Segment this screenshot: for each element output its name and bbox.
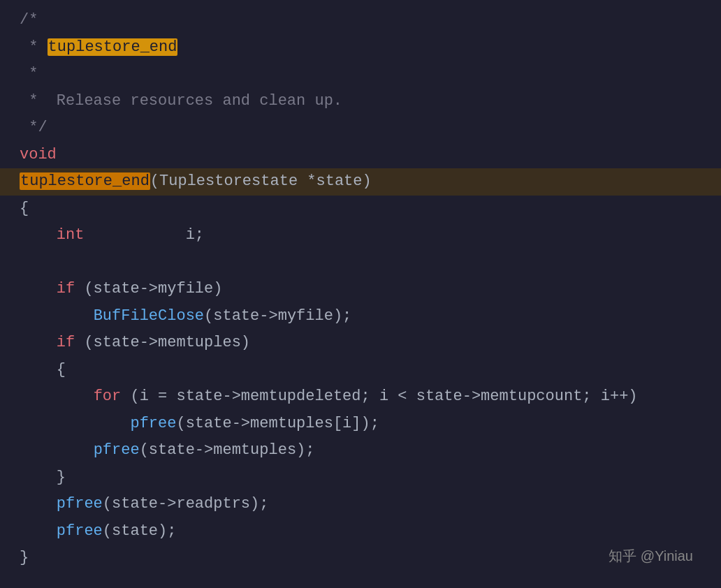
watermark: 知乎 @Yiniau bbox=[609, 545, 693, 567]
code-line: */ bbox=[0, 115, 721, 142]
code-line: /* bbox=[0, 7, 721, 34]
code-line: { bbox=[0, 357, 721, 384]
code-line: for (i = state->memtupdeleted; i < state… bbox=[0, 383, 721, 411]
code-line: int i; bbox=[0, 222, 721, 249]
code-line: pfree(state->memtuples); bbox=[0, 437, 721, 464]
code-line: * tuplestore_end bbox=[0, 34, 721, 61]
code-line: pfree(state); bbox=[0, 518, 721, 545]
code-line: pfree(state->memtuples[i]); bbox=[0, 411, 721, 438]
code-line: BufFileClose(state->myfile); bbox=[0, 303, 721, 330]
code-line: if (state->memtuples) bbox=[0, 330, 721, 357]
code-container: /* * tuplestore_end * * Release resource… bbox=[0, 0, 721, 588]
code-line: * bbox=[0, 61, 721, 88]
code-line: } bbox=[0, 464, 721, 492]
code-line: pfree(state->readptrs); bbox=[0, 491, 721, 518]
code-line: void bbox=[0, 142, 721, 169]
highlight-tuplestore-end-comment: tuplestore_end bbox=[48, 38, 178, 56]
code-line: * Release resources and clean up. bbox=[0, 88, 721, 115]
highlight-tuplestore-end-fn: tuplestore_end bbox=[20, 172, 150, 190]
code-line: { bbox=[0, 196, 721, 223]
code-line bbox=[0, 249, 721, 277]
code-line-highlighted: tuplestore_end(Tuplestorestate *state) bbox=[0, 168, 721, 196]
code-line: if (state->myfile) bbox=[0, 276, 721, 303]
